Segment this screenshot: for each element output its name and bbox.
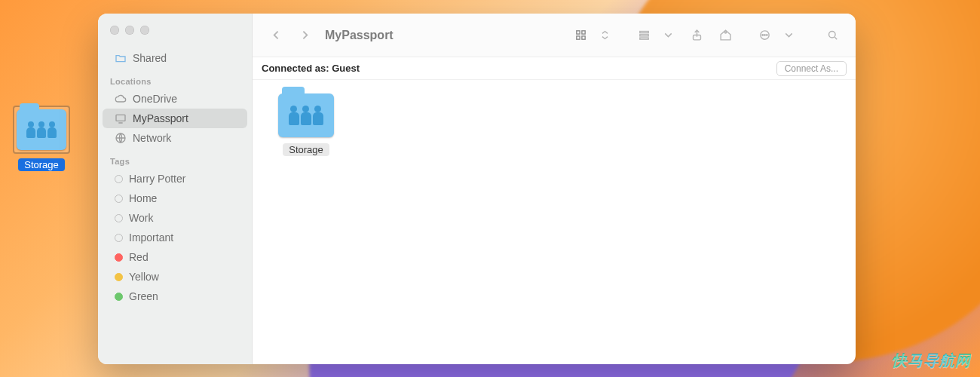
sidebar-item-label: Red — [129, 251, 149, 263]
sidebar-item-label: Yellow — [129, 271, 159, 283]
sidebar-item-label: Important — [129, 231, 173, 244]
svg-point-10 — [724, 32, 726, 33]
tags-button[interactable] — [714, 25, 737, 46]
sidebar-item-label: OneDrive — [133, 93, 177, 105]
view-options-chevron-icon[interactable] — [593, 25, 616, 46]
chevron-down-icon[interactable] — [777, 25, 800, 46]
svg-rect-6 — [639, 32, 648, 33]
svg-rect-3 — [581, 31, 584, 34]
folder-item-label: Storage — [283, 143, 329, 156]
sidebar-tag-important[interactable]: Important — [103, 228, 247, 247]
close-button[interactable] — [110, 26, 119, 35]
connection-status-text: Connected as: Guest — [262, 63, 360, 74]
connect-as-button[interactable]: Connect As... — [776, 61, 847, 76]
svg-rect-7 — [639, 35, 648, 36]
shared-folder-icon — [278, 93, 334, 137]
desktop-shared-folder[interactable]: Storage — [11, 106, 72, 171]
zoom-button[interactable] — [140, 26, 149, 35]
sidebar-tag-work[interactable]: Work — [103, 208, 247, 228]
display-icon — [115, 112, 127, 124]
shared-folder-icon — [17, 109, 66, 150]
forward-button[interactable] — [293, 25, 316, 46]
tag-dot-icon — [115, 195, 123, 203]
tag-dot-icon — [115, 253, 123, 262]
tag-dot-icon — [115, 234, 123, 242]
sidebar-item-label: Shared — [133, 52, 167, 64]
sidebar-item-label: Network — [133, 132, 171, 144]
shared-folder-sidebar-icon — [115, 52, 127, 64]
svg-rect-2 — [576, 31, 579, 34]
tag-dot-icon — [115, 293, 123, 301]
sidebar-item-network[interactable]: Network — [103, 128, 247, 148]
back-button[interactable] — [265, 25, 287, 46]
finder-content-area[interactable]: Storage — [253, 80, 856, 364]
watermark-text: 快马导航网 — [892, 351, 971, 371]
globe-icon — [115, 132, 127, 144]
window-controls — [98, 21, 252, 48]
sidebar-item-mypassport[interactable]: MyPassport — [103, 109, 247, 128]
desktop-folder-selection — [13, 106, 70, 154]
search-button[interactable] — [821, 25, 844, 46]
group-by-button[interactable] — [632, 25, 655, 46]
finder-main: MyPassport — [253, 14, 856, 364]
sidebar-section-tags: Tags — [98, 148, 252, 169]
sidebar-section-locations: Locations — [98, 68, 252, 89]
view-mode-button[interactable] — [569, 25, 592, 46]
more-actions-button[interactable] — [753, 25, 776, 46]
chevron-down-icon[interactable] — [657, 25, 679, 46]
sidebar-tag-red[interactable]: Red — [103, 247, 247, 267]
minimize-button[interactable] — [125, 26, 134, 35]
sidebar-tag-harry-potter[interactable]: Harry Potter — [103, 169, 247, 188]
sidebar-tag-home[interactable]: Home — [103, 188, 247, 208]
sidebar-item-shared[interactable]: Shared — [103, 48, 247, 68]
sidebar-item-label: Work — [129, 212, 153, 224]
svg-rect-4 — [576, 36, 579, 39]
tag-dot-icon — [115, 273, 123, 281]
svg-point-15 — [828, 32, 835, 38]
sidebar-item-label: Home — [129, 192, 157, 204]
finder-sidebar: Shared Locations OneDrive MyPassport Net… — [98, 14, 253, 364]
connection-info-bar: Connected as: Guest Connect As... — [253, 57, 856, 80]
tag-dot-icon — [115, 214, 123, 222]
tag-dot-icon — [115, 175, 123, 183]
folder-item-storage[interactable]: Storage — [272, 93, 340, 156]
finder-window: Shared Locations OneDrive MyPassport Net… — [98, 14, 856, 364]
sidebar-tag-yellow[interactable]: Yellow — [103, 267, 247, 287]
svg-rect-5 — [581, 36, 584, 39]
svg-rect-8 — [639, 38, 648, 39]
svg-point-12 — [761, 35, 762, 35]
desktop-folder-label: Storage — [18, 158, 65, 171]
finder-toolbar: MyPassport — [253, 14, 856, 57]
share-button[interactable] — [685, 25, 708, 46]
sidebar-item-label: Harry Potter — [129, 173, 185, 185]
window-title: MyPassport — [325, 29, 394, 42]
sidebar-item-onedrive[interactable]: OneDrive — [103, 89, 247, 109]
svg-rect-0 — [116, 115, 125, 121]
svg-point-14 — [766, 35, 767, 35]
sidebar-item-label: MyPassport — [133, 112, 188, 124]
svg-point-13 — [764, 35, 764, 35]
sidebar-item-label: Green — [129, 290, 158, 302]
cloud-icon — [115, 93, 127, 105]
sidebar-tag-green[interactable]: Green — [103, 287, 247, 306]
